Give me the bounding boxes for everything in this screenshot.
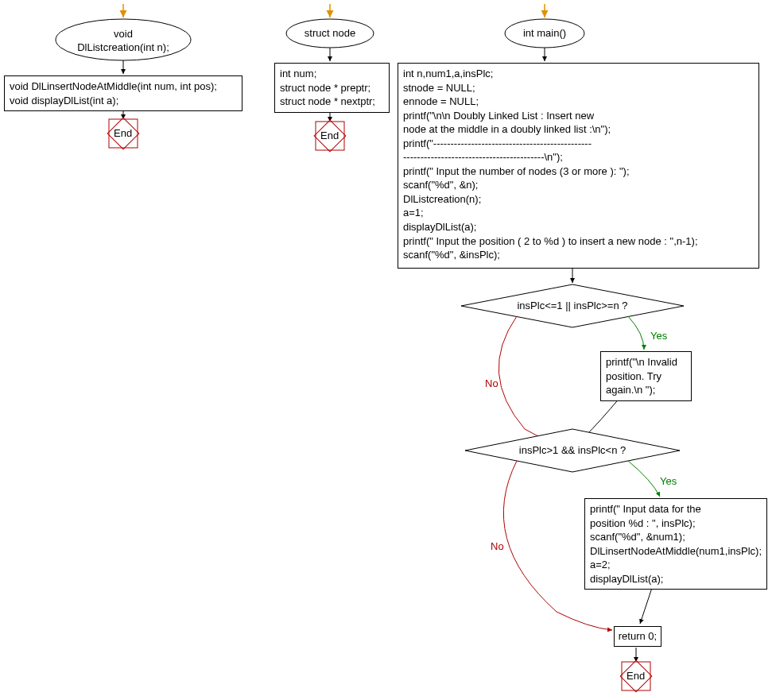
flow1-start: void DlListcreation(int n);	[76, 28, 171, 55]
flow3-end: End	[627, 670, 645, 682]
flow3-box2-text: printf("\n Invalid position. Try again.\…	[606, 356, 677, 396]
flow2-start: struct node	[302, 27, 358, 41]
flow1-end: End	[114, 127, 132, 139]
flow3-start: int main()	[521, 27, 568, 41]
flow3-box2: printf("\n Invalid position. Try again.\…	[600, 351, 692, 401]
flow3-box4: return 0;	[614, 626, 661, 647]
flow3-no2: No	[491, 540, 504, 552]
flow2-box-text: int num; struct node * preptr; struct no…	[280, 68, 375, 107]
flow3-box3-text: printf(" Input data for the position %d …	[590, 503, 762, 585]
flow3-yes2: Yes	[660, 475, 677, 487]
flow3-no1: No	[485, 377, 499, 389]
flow3-cond1: insPlc<=1 || insPlc>=n ?	[509, 300, 636, 313]
flow3-box1: int n,num1,a,insPlc; stnode = NULL; enno…	[398, 63, 759, 269]
flow2-box: int num; struct node * preptr; struct no…	[274, 63, 390, 113]
flow3-yes1: Yes	[650, 330, 667, 342]
flow3-cond2: insPlc>1 && insPlc<n ?	[513, 444, 632, 458]
flow3-box1-text: int n,num1,a,insPlc; stnode = NULL; enno…	[403, 68, 698, 261]
flow3-box4-text: return 0;	[619, 630, 657, 642]
flow1-box-text: void DlLinsertNodeAtMiddle(int num, int …	[10, 80, 217, 106]
flow2-end: End	[320, 130, 339, 141]
flow1-box: void DlLinsertNodeAtMiddle(int num, int …	[4, 75, 242, 111]
flow3-box3: printf(" Input data for the position %d …	[584, 498, 767, 590]
